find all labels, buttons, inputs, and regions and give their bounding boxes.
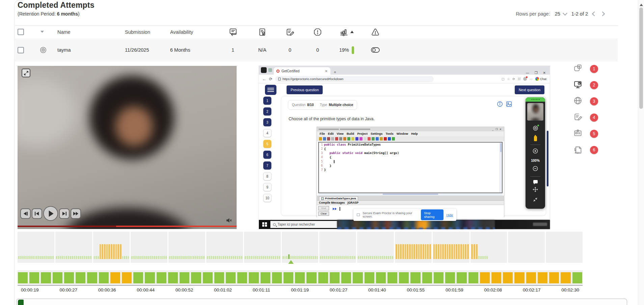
- header-suspicion[interactable]: [331, 28, 362, 36]
- frame-block-green[interactable]: [145, 272, 155, 283]
- header-certificate[interactable]: [248, 28, 276, 36]
- frame-block-green[interactable]: [41, 272, 51, 283]
- frame-block-green[interactable]: [64, 272, 74, 283]
- timeline-segment-5[interactable]: [168, 232, 205, 263]
- frame-block-orange[interactable]: [538, 272, 547, 283]
- timeline-segment-13[interactable]: [471, 232, 507, 263]
- timeline-segment-12[interactable]: [433, 232, 469, 263]
- frame-block-orange[interactable]: [110, 272, 120, 283]
- frame-block-green[interactable]: [76, 272, 85, 283]
- timeline-segment-6[interactable]: [206, 232, 243, 263]
- frame-block-orange[interactable]: [480, 272, 490, 283]
- frame-block-green[interactable]: [399, 272, 409, 283]
- tool-exam-notes[interactable]: 4: [573, 111, 598, 123]
- row-view[interactable]: [32, 46, 54, 54]
- frame-block-green[interactable]: [341, 272, 351, 283]
- frame-block-green[interactable]: [422, 272, 432, 283]
- frame-block-green[interactable]: [99, 272, 109, 283]
- skip-end-button[interactable]: [59, 208, 70, 219]
- sort-caret-icon[interactable]: [41, 31, 44, 34]
- frame-block-orange[interactable]: [526, 272, 536, 283]
- timeline-segment-11[interactable]: [395, 232, 432, 263]
- frame-block-green[interactable]: [157, 272, 166, 283]
- frame-block-green[interactable]: [226, 272, 236, 283]
- frame-block-orange[interactable]: [514, 272, 524, 283]
- frame-block-green[interactable]: [387, 272, 397, 283]
- frame-block-green[interactable]: [29, 272, 39, 283]
- frame-block-orange[interactable]: [549, 272, 559, 283]
- tool-recordings[interactable]: 1: [573, 63, 598, 75]
- frame-block-green[interactable]: [168, 272, 178, 283]
- next-page-icon[interactable]: [600, 11, 605, 16]
- header-abnormalities[interactable]: [362, 28, 389, 36]
- header-submission[interactable]: Submission: [122, 29, 167, 35]
- frame-block-green[interactable]: [445, 272, 455, 283]
- frame-block-green[interactable]: [295, 272, 305, 283]
- header-flags[interactable]: [304, 28, 331, 36]
- frame-block-green[interactable]: [365, 272, 374, 283]
- frame-strip[interactable]: [18, 270, 583, 286]
- frame-block-green[interactable]: [330, 272, 340, 283]
- rows-per-page-value[interactable]: 25: [555, 11, 560, 17]
- timeline-segment-1[interactable]: [18, 232, 54, 263]
- frame-block-green[interactable]: [53, 272, 62, 283]
- webcam-video-player[interactable]: [18, 66, 237, 229]
- frame-block-green[interactable]: [249, 272, 259, 283]
- mute-icon[interactable]: [226, 218, 232, 224]
- rows-per-page-select[interactable]: 25: [555, 11, 567, 17]
- scroll-up-icon[interactable]: [640, 2, 643, 6]
- frame-block-green[interactable]: [180, 272, 189, 283]
- page-scrollbar[interactable]: [638, 0, 644, 305]
- frame-block-orange[interactable]: [122, 272, 132, 283]
- prev-page-icon[interactable]: [592, 11, 597, 16]
- tool-id-verification[interactable]: 5: [573, 128, 598, 139]
- frame-block-green[interactable]: [191, 272, 201, 283]
- frame-block-green[interactable]: [572, 272, 582, 283]
- tool-pdf-export[interactable]: PDF6: [573, 144, 598, 156]
- timeline-segment-4[interactable]: [131, 232, 167, 263]
- frame-block-green[interactable]: [284, 272, 293, 283]
- select-all-checkbox[interactable]: [18, 29, 24, 35]
- playhead-marker-icon[interactable]: [288, 260, 294, 264]
- header-notes[interactable]: [276, 28, 304, 36]
- frame-block-green[interactable]: [434, 272, 444, 283]
- row-checkbox[interactable]: [18, 47, 24, 53]
- header-quiz-retakes[interactable]: [217, 28, 248, 36]
- timeline-segment-7[interactable]: [244, 232, 281, 263]
- frame-block-green[interactable]: [272, 272, 282, 283]
- attempt-row[interactable]: tayma 11/26/2025 6 Months 1 N/A 0 0 19%: [15, 39, 618, 61]
- frame-block-green[interactable]: [87, 272, 97, 283]
- timeline-segment-10[interactable]: [357, 232, 394, 263]
- timeline-segment-2[interactable]: [55, 232, 92, 263]
- frame-block-green[interactable]: [133, 272, 143, 283]
- row-release[interactable]: [362, 46, 389, 54]
- fast-forward-button[interactable]: [71, 208, 81, 219]
- timeline-segment-14[interactable]: [508, 232, 545, 263]
- frame-block-green[interactable]: [18, 272, 28, 283]
- header-availability[interactable]: Availability: [167, 29, 217, 35]
- frame-block-green[interactable]: [410, 272, 420, 283]
- frame-block-green[interactable]: [261, 272, 270, 283]
- video-progress-bar[interactable]: [18, 226, 237, 227]
- frame-block-orange[interactable]: [491, 272, 501, 283]
- frame-block-green[interactable]: [214, 272, 224, 283]
- frame-block-green[interactable]: [457, 272, 466, 283]
- skip-start-button[interactable]: [32, 208, 42, 219]
- tool-screen-recording[interactable]: 2: [573, 79, 598, 91]
- scrollbar-thumb[interactable]: [639, 7, 643, 109]
- frame-block-green[interactable]: [376, 272, 386, 283]
- header-name[interactable]: Name: [54, 29, 122, 35]
- frame-block-orange[interactable]: [561, 272, 570, 283]
- row-name[interactable]: tayma: [54, 47, 122, 53]
- frame-block-green[interactable]: [237, 272, 247, 283]
- play-button[interactable]: [43, 206, 58, 221]
- expand-video-icon[interactable]: [22, 69, 30, 77]
- frame-block-green[interactable]: [353, 272, 363, 283]
- incident-timeline[interactable]: [18, 232, 583, 263]
- step-back-button[interactable]: [20, 208, 31, 219]
- tool-web-traffic[interactable]: 3: [573, 95, 598, 107]
- timeline-segment-8[interactable]: [282, 232, 319, 263]
- frame-block-green[interactable]: [468, 272, 478, 283]
- frame-block-orange[interactable]: [503, 272, 513, 283]
- timeline-segment-3[interactable]: [93, 232, 130, 263]
